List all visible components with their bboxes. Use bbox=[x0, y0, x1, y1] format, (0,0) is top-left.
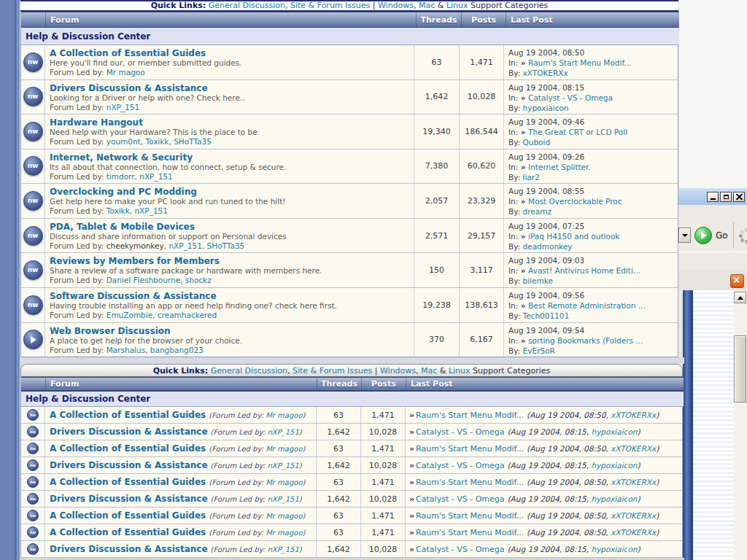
last-topic-link[interactable]: Avast! Antivirus Home Editi... bbox=[528, 266, 640, 275]
forum-title-link[interactable]: A Collection of Essential Guides bbox=[50, 477, 206, 487]
restore-button[interactable] bbox=[720, 192, 732, 202]
last-poster-link[interactable]: EvErSoR bbox=[523, 346, 555, 355]
last-poster-link[interactable]: Quboid bbox=[523, 138, 551, 147]
forum-leader[interactable]: Daniel Fleshbourne bbox=[107, 276, 180, 284]
forum-title-link[interactable]: Drivers Discussion & Assistance bbox=[50, 494, 208, 504]
last-poster-link[interactable]: dreamz bbox=[523, 207, 551, 216]
forum-leader[interactable]: nXP_151 bbox=[139, 172, 172, 181]
forum-title-link[interactable]: Drivers Discussion & Assistance bbox=[50, 83, 409, 93]
last-poster-link[interactable]: xXTOKERXx bbox=[611, 411, 656, 419]
forum-leader[interactable]: youm0nt bbox=[107, 137, 141, 146]
forum-leader[interactable]: nXP_151 bbox=[267, 428, 298, 436]
last-topic-link[interactable]: Raum's Start Menu Modif... bbox=[416, 444, 524, 454]
forum-title-link[interactable]: A Collection of Essential Guides bbox=[50, 443, 206, 454]
forum-title-link[interactable]: A Collection of Essential Guides bbox=[50, 48, 409, 58]
quick-link-mac[interactable]: Mac bbox=[421, 366, 437, 376]
last-poster-link[interactable]: bilemke bbox=[523, 276, 553, 285]
forum-leader[interactable]: EmuZombie bbox=[107, 311, 152, 319]
forum-leader[interactable]: nXP_151 bbox=[107, 103, 139, 112]
forum-leader[interactable]: Mr magoo bbox=[107, 68, 145, 77]
quick-link-general-discussion[interactable]: General Discussion bbox=[211, 366, 287, 376]
quick-link-linux[interactable]: Linux bbox=[449, 366, 471, 376]
forum-leader[interactable]: Mr magoo bbox=[266, 529, 302, 537]
last-poster-link[interactable]: liar2 bbox=[523, 173, 540, 182]
forum-leader[interactable]: Toxikk bbox=[145, 137, 169, 146]
quick-link-general-discussion[interactable]: General Discussion bbox=[209, 1, 285, 10]
forum-leader[interactable]: creamhackered bbox=[158, 311, 217, 319]
forum-leader[interactable]: timdorr bbox=[107, 172, 135, 181]
last-topic-link[interactable]: Raum's Start Menu Modif... bbox=[416, 478, 524, 487]
last-poster-link[interactable]: deadmonkey bbox=[523, 242, 573, 251]
last-poster-link[interactable]: Tech001101 bbox=[523, 311, 570, 320]
forum-leader[interactable]: nXP_151 bbox=[134, 206, 167, 215]
forum-title-link[interactable]: Overclocking and PC Modding bbox=[50, 187, 409, 197]
forum-title-link[interactable]: Reviews by Members for Members bbox=[50, 256, 409, 266]
vertical-scrollbar[interactable] bbox=[734, 290, 747, 560]
last-poster-link[interactable]: hypoxiaicon bbox=[523, 104, 569, 112]
close-button[interactable] bbox=[733, 192, 745, 202]
minimize-button[interactable] bbox=[707, 192, 719, 202]
forum-title-link[interactable]: A Collection of Essential Guides bbox=[50, 410, 206, 420]
scrollbar-thumb[interactable] bbox=[734, 335, 746, 402]
quick-link-windows[interactable]: Windows bbox=[378, 1, 414, 10]
last-topic-link[interactable]: Internet Splitter. bbox=[528, 163, 591, 171]
forum-leader[interactable]: nXP_151 bbox=[267, 462, 298, 470]
last-topic-link[interactable]: Raum's Start Menu Modif... bbox=[416, 528, 524, 537]
last-poster-link[interactable]: xXTOKERXx bbox=[611, 511, 656, 520]
forum-leader[interactable]: bangbang023 bbox=[150, 346, 204, 354]
forum-leader[interactable]: Mr magoo bbox=[266, 512, 302, 520]
forum-leader[interactable]: nXP_151 bbox=[267, 545, 298, 553]
scroll-up-button[interactable] bbox=[734, 292, 746, 303]
last-poster-link[interactable]: hypoxiaicon bbox=[592, 427, 638, 436]
forum-title-link[interactable]: Internet, Network & Security bbox=[50, 152, 409, 163]
forum-leader[interactable]: Marshalus bbox=[107, 346, 145, 354]
last-topic-link[interactable]: Best Remote Administration ... bbox=[528, 301, 646, 310]
last-topic-link[interactable]: Most Overclockable Proc bbox=[528, 197, 622, 206]
go-button[interactable] bbox=[694, 227, 712, 244]
last-topic-link[interactable]: Catalyst - VS - Omega bbox=[416, 427, 504, 437]
forum-title-link[interactable]: PDA, Tablet & Mobile Devices bbox=[50, 222, 409, 232]
last-topic-link[interactable]: iPaq H4150 and outlook bbox=[528, 232, 619, 241]
last-topic-link[interactable]: Raum's Start Menu Modif... bbox=[416, 511, 524, 521]
forum-leader[interactable]: SHoTTa35 bbox=[207, 241, 245, 250]
last-poster-link[interactable]: hypoxiaicon bbox=[592, 545, 638, 553]
last-topic-link[interactable]: Catalyst - VS - Omega bbox=[416, 461, 504, 470]
last-poster-link[interactable]: xXTOKERXx bbox=[523, 69, 568, 77]
last-poster-link[interactable]: xXTOKERXx bbox=[611, 528, 656, 537]
forum-leader[interactable]: Mr magoo bbox=[266, 478, 302, 486]
forum-leader[interactable]: Mr magoo bbox=[266, 411, 302, 419]
last-poster-link[interactable]: xXTOKERXx bbox=[611, 444, 656, 453]
forum-leader[interactable]: Mr magoo bbox=[266, 445, 302, 453]
forum-leader[interactable]: Toxikk bbox=[107, 206, 130, 215]
last-topic-link[interactable]: Raum's Start Menu Modif... bbox=[416, 411, 524, 420]
forum-leader[interactable]: SHoTTa35 bbox=[174, 137, 212, 146]
last-poster-link[interactable]: xXTOKERXx bbox=[611, 478, 656, 486]
quick-link-windows[interactable]: Windows bbox=[380, 366, 416, 376]
last-poster-link[interactable]: hypoxiaicon bbox=[592, 494, 638, 503]
last-topic-link[interactable]: Raum's Start Menu Modif... bbox=[528, 58, 631, 67]
dismiss-button[interactable] bbox=[730, 274, 744, 288]
forum-title-link[interactable]: Hardware Hangout bbox=[50, 117, 409, 128]
forum-title-link[interactable]: Drivers Discussion & Assistance bbox=[50, 544, 208, 554]
last-poster-link[interactable]: hypoxiaicon bbox=[592, 461, 638, 470]
forum-title-link[interactable]: A Collection of Essential Guides bbox=[50, 527, 206, 537]
forum-title-link[interactable]: Drivers Discussion & Assistance bbox=[50, 427, 208, 437]
quick-link-site-forum-issues[interactable]: Site & Forum Issues bbox=[290, 1, 370, 10]
forum-title-link[interactable]: Drivers Discussion & Assistance bbox=[50, 460, 208, 470]
category-title[interactable]: Help & Discussion Center bbox=[21, 28, 679, 45]
forum-title-link[interactable]: Web Browser Discussion bbox=[50, 326, 409, 336]
quick-link-linux[interactable]: Linux bbox=[446, 1, 468, 10]
quick-link-site-forum-issues[interactable]: Site & Forum Issues bbox=[293, 366, 372, 376]
forum-title-link[interactable]: Software Discussion & Assistance bbox=[50, 291, 409, 301]
last-topic-link[interactable]: sorting Bookmarks (Folders ... bbox=[528, 336, 643, 345]
quick-link-mac[interactable]: Mac bbox=[419, 1, 435, 10]
forum-leader[interactable]: nXP_151 bbox=[267, 495, 298, 503]
forum-leader[interactable]: nXP_151 bbox=[169, 241, 201, 250]
last-topic-link[interactable]: Catalyst - VS - Omega bbox=[416, 545, 504, 554]
last-topic-link[interactable]: Catalyst - VS - Omega bbox=[528, 93, 613, 102]
category-title[interactable]: Help & Discussion Center bbox=[21, 391, 684, 407]
forum-title-link[interactable]: A Collection of Essential Guides bbox=[50, 510, 206, 521]
forum-leader[interactable]: shockz bbox=[185, 276, 212, 284]
last-topic-link[interactable]: The Great CRT or LCD Poll bbox=[528, 128, 627, 136]
last-topic-link[interactable]: Catalyst - VS - Omega bbox=[416, 494, 504, 504]
